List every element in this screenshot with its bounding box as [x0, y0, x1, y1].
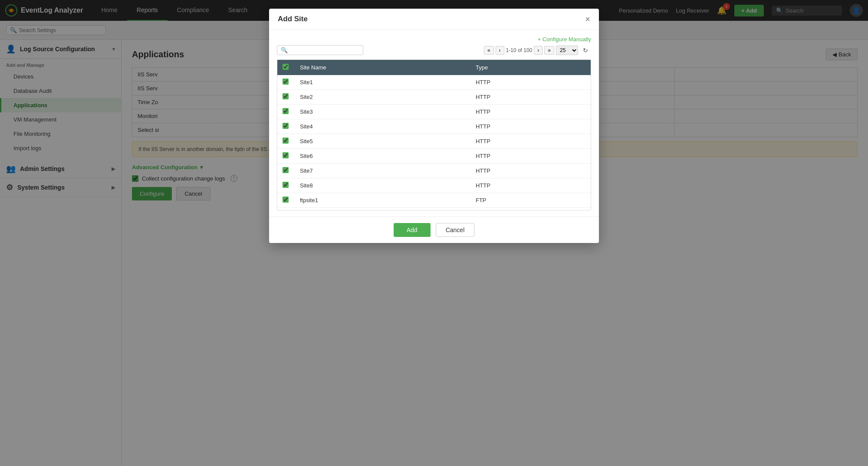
- pagination-per-page[interactable]: 25 50 100: [556, 46, 578, 55]
- modal-search-input[interactable]: [290, 47, 359, 53]
- sites-table-header-type: Type: [470, 60, 591, 75]
- configure-manually-link[interactable]: + Configure Manually: [538, 36, 591, 43]
- modal-search-box[interactable]: 🔍: [277, 45, 363, 55]
- sites-table-row: Site4 HTTP: [277, 119, 591, 134]
- refresh-button[interactable]: ↻: [580, 46, 591, 55]
- site-name-cell: Site5: [295, 134, 470, 149]
- sites-table: Site Name Type Site1 HTTP Site2 HTTP Sit…: [277, 60, 591, 210]
- site-name-cell: Site2: [295, 90, 470, 105]
- site-type-cell: HTTP: [470, 119, 591, 134]
- sites-table-wrapper: Site Name Type Site1 HTTP Site2 HTTP Sit…: [277, 59, 591, 210]
- site-type-cell: HTTP: [470, 75, 591, 90]
- modal-body: + Configure Manually 🔍 « ‹ 1-10 of 100 ›…: [269, 30, 599, 217]
- modal-footer: Add Cancel: [269, 217, 599, 243]
- site-name-cell: Site1: [295, 75, 470, 90]
- site-name-cell: ftpsite2: [295, 208, 470, 211]
- modal-title: Add Site: [278, 15, 308, 23]
- site-type-cell: FTP: [470, 193, 591, 208]
- pagination-first[interactable]: «: [484, 46, 494, 55]
- site-checkbox-8[interactable]: [283, 197, 289, 203]
- modal-search-icon: 🔍: [281, 47, 288, 53]
- site-checkbox-cell: [277, 193, 295, 208]
- site-checkbox-1[interactable]: [283, 93, 289, 99]
- site-checkbox-3[interactable]: [283, 123, 289, 129]
- site-name-cell: Site7: [295, 164, 470, 178]
- site-checkbox-2[interactable]: [283, 108, 289, 114]
- add-site-modal: Add Site × + Configure Manually 🔍 « ‹ 1-…: [269, 9, 599, 243]
- pagination-last[interactable]: »: [544, 46, 554, 55]
- sites-table-header-name: Site Name: [295, 60, 470, 75]
- select-all-checkbox[interactable]: [283, 64, 289, 70]
- sites-table-header-row: Site Name Type: [277, 60, 591, 75]
- site-checkbox-cell: [277, 119, 295, 134]
- configure-manually-row: + Configure Manually: [277, 36, 591, 43]
- site-type-cell: HTTP: [470, 134, 591, 149]
- site-checkbox-4[interactable]: [283, 138, 289, 144]
- modal-toolbar: 🔍 « ‹ 1-10 of 100 › » 25 50 100 ↻: [277, 45, 591, 55]
- sites-table-row: ftpsite1 FTP: [277, 193, 591, 208]
- site-checkbox-5[interactable]: [283, 152, 289, 158]
- sites-table-header-checkbox: [277, 60, 295, 75]
- site-type-cell: HTTP: [470, 90, 591, 105]
- sites-table-row: Site3 HTTP: [277, 105, 591, 119]
- sites-table-row: Site8 HTTP: [277, 178, 591, 193]
- sites-table-row: Site5 HTTP: [277, 134, 591, 149]
- site-type-cell: FTP: [470, 208, 591, 211]
- site-checkbox-cell: [277, 149, 295, 164]
- site-checkbox-6[interactable]: [283, 167, 289, 173]
- modal-header: Add Site ×: [269, 9, 599, 30]
- sites-table-row: Site1 HTTP: [277, 75, 591, 90]
- site-checkbox-0[interactable]: [283, 79, 289, 85]
- site-type-cell: HTTP: [470, 178, 591, 193]
- site-name-cell: ftpsite1: [295, 193, 470, 208]
- modal-overlay: Add Site × + Configure Manually 🔍 « ‹ 1-…: [0, 0, 868, 466]
- pagination-info: 1-10 of 100: [506, 47, 533, 53]
- pagination-prev[interactable]: ‹: [496, 46, 504, 55]
- site-checkbox-7[interactable]: [283, 182, 289, 188]
- modal-pagination: « ‹ 1-10 of 100 › » 25 50 100 ↻: [484, 46, 591, 55]
- site-checkbox-cell: [277, 105, 295, 119]
- sites-table-row: Site2 HTTP: [277, 90, 591, 105]
- site-name-cell: Site4: [295, 119, 470, 134]
- modal-add-button[interactable]: Add: [394, 223, 431, 237]
- sites-table-row: ftpsite2 FTP: [277, 208, 591, 211]
- modal-close-button[interactable]: ×: [585, 15, 590, 23]
- site-type-cell: HTTP: [470, 149, 591, 164]
- site-type-cell: HTTP: [470, 164, 591, 178]
- modal-cancel-button[interactable]: Cancel: [436, 223, 475, 237]
- sites-table-row: Site7 HTTP: [277, 164, 591, 178]
- site-checkbox-cell: [277, 134, 295, 149]
- site-checkbox-cell: [277, 178, 295, 193]
- site-name-cell: Site3: [295, 105, 470, 119]
- site-type-cell: HTTP: [470, 105, 591, 119]
- site-name-cell: Site8: [295, 178, 470, 193]
- site-name-cell: Site6: [295, 149, 470, 164]
- pagination-next[interactable]: ›: [534, 46, 542, 55]
- site-checkbox-cell: [277, 164, 295, 178]
- site-checkbox-cell: [277, 90, 295, 105]
- site-checkbox-cell: [277, 75, 295, 90]
- site-checkbox-cell: [277, 208, 295, 211]
- sites-table-row: Site6 HTTP: [277, 149, 591, 164]
